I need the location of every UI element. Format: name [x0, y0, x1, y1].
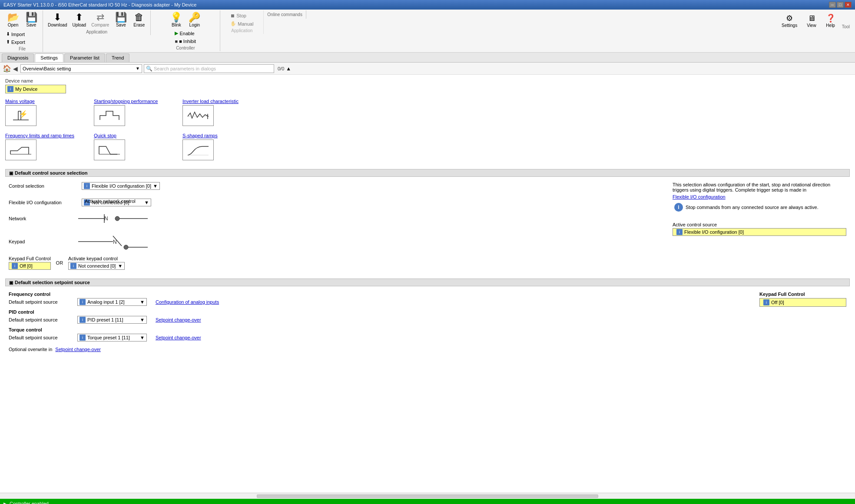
freq-setpoint-dropdown[interactable]: i Analog input 1 [2] ▼ — [77, 298, 147, 306]
freq-label[interactable]: Frequency limits and ramp times — [5, 133, 83, 138]
setpoint-keypad-value: i Off [0] — [759, 298, 846, 307]
device-name-input[interactable]: i My Device — [5, 85, 66, 93]
erase-button[interactable]: 🗑 Erase — [130, 11, 148, 29]
export-button[interactable]: ⬆ Export — [4, 38, 27, 46]
tab-diagnosis[interactable]: Diagnosis — [2, 53, 34, 62]
active-source-value: i Flexible I/O configuration [0] — [673, 228, 846, 236]
freq-icon-box[interactable] — [5, 139, 36, 160]
download-label: Download — [48, 23, 67, 27]
torque-setpoint-row: Default setpoint source i Torque preset … — [9, 334, 742, 342]
tool-buttons: ⚙ Settings 🖥 View ❓ Help Tool — [775, 10, 853, 31]
optional-link[interactable]: Setpoint change-over — [55, 347, 101, 352]
horizontal-scrollbar[interactable] — [0, 493, 855, 499]
sshaped-label[interactable]: S-shaped ramps — [182, 133, 261, 138]
nav-up-icon[interactable]: ▲ — [286, 66, 291, 72]
login-button[interactable]: 🔑 Login — [186, 11, 203, 29]
quick-icon-svg — [97, 142, 122, 158]
import-arrow-icon: ⬇ — [6, 31, 10, 37]
control-selection-row: Control selection i Flexible I/O configu… — [9, 182, 655, 190]
search-box[interactable]: 🔍 Search parameters in dialogs — [144, 64, 274, 73]
flexible-io-link[interactable]: Flexible I/O configuration — [673, 194, 726, 199]
navigation-bar: 🏠 ◀ Overview\Basic setting ▼ 🔍 Search pa… — [0, 63, 855, 75]
search-icon: 🔍 — [146, 66, 152, 72]
tab-settings[interactable]: Settings — [35, 53, 63, 62]
quick-label[interactable]: Quick stop — [94, 133, 172, 138]
erase-icon: 🗑 — [134, 13, 144, 22]
keypad-diagram-svg: N — [78, 231, 165, 252]
tab-trend[interactable]: Trend — [106, 53, 129, 62]
back-button[interactable]: ◀ — [13, 65, 18, 72]
stop-button[interactable]: ⏹ Stop — [229, 12, 255, 19]
torque-setpoint-group: Torque control Default setpoint source i… — [9, 327, 742, 342]
keypad-full-control-value[interactable]: i Off [0] — [9, 262, 51, 270]
blink-button[interactable]: 💡 Blink — [168, 11, 185, 29]
pid-setpoint-dropdown[interactable]: i PID preset 1 [11] ▼ — [77, 316, 147, 324]
window-controls: ─ □ ✕ — [829, 2, 852, 8]
control-selection-dropdown[interactable]: i Flexible I/O configuration [0] ▼ — [82, 182, 160, 190]
inhibit-button[interactable]: ■ ■ Inhibit — [173, 38, 198, 45]
starting-icon-box[interactable] — [94, 105, 125, 126]
inverter-label[interactable]: Inverter load characteristic — [182, 99, 261, 104]
settings-tool-button[interactable]: ⚙ Settings — [779, 12, 800, 29]
keypad-full-control-group: Keypad Full Control i Off [0] — [9, 256, 51, 270]
upload-label: Upload — [72, 23, 86, 27]
breadcrumb[interactable]: Overview\Basic setting ▼ — [20, 64, 142, 73]
upload-button[interactable]: ⬆ Upload — [70, 11, 88, 29]
manual-button[interactable]: ✋ Manual — [229, 20, 255, 27]
main-tabs: Diagnosis Settings Parameter list Trend — [0, 53, 855, 63]
app-save-button[interactable]: 💾 Save — [112, 11, 129, 29]
compare-label: Compare — [91, 23, 109, 27]
import-button[interactable]: ⬇ Import — [4, 30, 27, 38]
akp-dropdown-arrow: ▼ — [118, 263, 123, 269]
login-label: Login — [189, 23, 200, 27]
mains-label[interactable]: Mains voltage — [5, 99, 83, 104]
mains-icon-box[interactable]: ⚡ — [5, 105, 36, 126]
save-button[interactable]: 💾 Save — [23, 11, 40, 29]
pid-changeover-link[interactable]: Setpoint change-over — [156, 317, 201, 322]
starting-icon-svg — [97, 108, 122, 123]
network-row: Network N — [9, 210, 655, 227]
info-text: Stop commands from any connected source … — [686, 205, 819, 210]
akp-param-icon: i — [70, 263, 76, 269]
quick-icon-box[interactable] — [94, 139, 125, 160]
active-source-label: Active control source — [673, 222, 846, 227]
status-play-icon: ▶ — [3, 501, 7, 504]
view-tool-button[interactable]: 🖥 View — [804, 13, 819, 29]
minimize-button[interactable]: ─ — [829, 2, 836, 8]
sshaped-icon-svg — [186, 142, 210, 158]
torque-changeover-link[interactable]: Setpoint change-over — [156, 335, 201, 340]
enable-button[interactable]: ▶ Enable — [173, 30, 198, 37]
download-button[interactable]: ⬇ Download — [46, 11, 69, 29]
close-button[interactable]: ✕ — [845, 2, 852, 8]
help-tool-button[interactable]: ❓ Help — [823, 12, 838, 29]
default-setpoint-header[interactable]: ▣ Default selection setpoint source — [5, 279, 850, 286]
compare-button[interactable]: ⇄ Compare — [89, 11, 111, 29]
torque-setpoint-dropdown[interactable]: i Torque preset 1 [11] ▼ — [77, 334, 147, 342]
setpoint-keypad-section: Keypad Full Control i Off [0] — [759, 292, 846, 352]
inverter-icon-svg — [186, 108, 210, 123]
activate-keypad-dropdown[interactable]: i Not connected [0] ▼ — [68, 262, 125, 270]
svg-text:N: N — [113, 239, 117, 245]
freq-config-link[interactable]: Configuration of analog inputs — [156, 299, 219, 305]
sshaped-icon-box[interactable] — [182, 139, 214, 160]
breadcrumb-dropdown-icon[interactable]: ▼ — [136, 66, 140, 71]
ribbon: 📂 Open 💾 Save ⬇ Import ⬆ Export File — [0, 10, 855, 53]
starting-label[interactable]: Starting/stopping performance — [94, 99, 172, 104]
search-count: 0/0 — [278, 66, 284, 71]
param-info-icon: i — [7, 86, 13, 92]
settings-item-inverter: Inverter load characteristic — [182, 99, 261, 126]
fs-param-icon: i — [80, 299, 86, 305]
scrollbar-thumb[interactable] — [257, 494, 598, 498]
blink-icon: 💡 — [170, 13, 182, 22]
home-button[interactable]: 🏠 — [3, 64, 11, 73]
settings-gear-icon: ⚙ — [786, 13, 793, 23]
status-text-1: Controller enabled — [10, 501, 49, 504]
help-icon: ❓ — [826, 13, 835, 23]
default-control-header[interactable]: ▣ Default control source selection — [5, 169, 850, 177]
save-icon: 💾 — [26, 13, 37, 22]
open-button[interactable]: 📂 Open — [4, 11, 22, 29]
maximize-button[interactable]: □ — [837, 2, 844, 8]
tab-parameter-list[interactable]: Parameter list — [64, 53, 105, 62]
inverter-icon-box[interactable] — [182, 105, 214, 126]
ctrl-dropdown-arrow: ▼ — [153, 183, 158, 189]
